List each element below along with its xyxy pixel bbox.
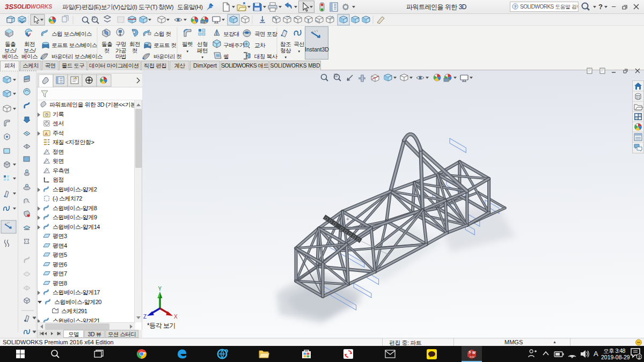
- svg-text:Z: Z: [143, 314, 147, 320]
- svg-text:A: A: [594, 350, 598, 358]
- svg-text:SOLIDWORKS: SOLIDWORKS: [13, 3, 52, 10]
- svg-text:2: 2: [638, 354, 641, 360]
- svg-text:?: ?: [514, 4, 517, 9]
- svg-text:A: A: [45, 131, 48, 136]
- svg-text:오후 3:48: 오후 3:48: [603, 348, 626, 354]
- svg-text:+: +: [346, 216, 349, 222]
- svg-text:2019-08-29: 2019-08-29: [601, 354, 630, 360]
- svg-text:2016: 2016: [470, 356, 475, 358]
- svg-text:3S: 3S: [5, 3, 13, 11]
- svg-text:W: W: [472, 351, 476, 354]
- svg-text:Y: Y: [158, 286, 162, 292]
- svg-text:X: X: [174, 314, 178, 320]
- svg-text:S: S: [469, 350, 471, 354]
